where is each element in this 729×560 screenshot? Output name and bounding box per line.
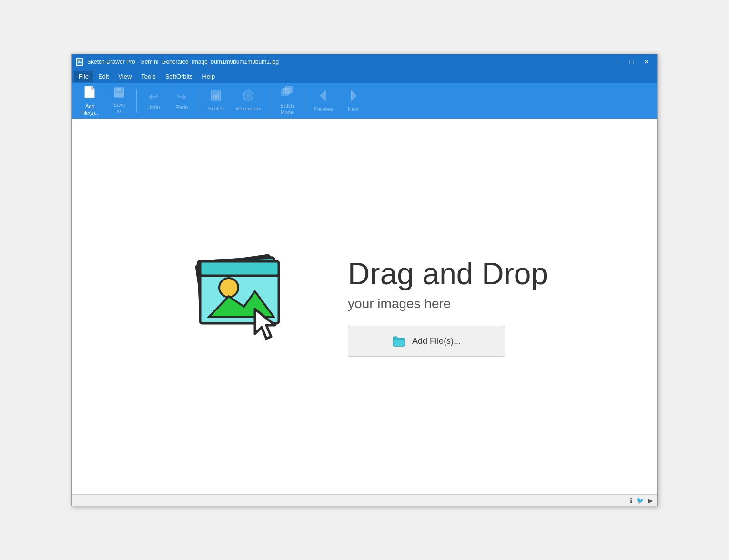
info-icon[interactable]: ℹ xyxy=(630,497,632,504)
undo-label: Undo xyxy=(147,104,160,110)
content-area: Drag and Drop your images here Add File(… xyxy=(72,119,657,494)
drag-drop-subtitle: your images here xyxy=(348,296,451,311)
watermark-icon xyxy=(242,90,254,104)
minimize-button[interactable]: − xyxy=(609,57,623,67)
save-button[interactable]: Saveas xyxy=(106,86,132,116)
titlebar: Sketch Drawer Pro - Gemini_Generated_Ima… xyxy=(72,54,657,70)
separator-3 xyxy=(270,89,270,113)
sketch-button[interactable]: Sketch xyxy=(203,86,229,116)
sketch-icon xyxy=(210,90,222,104)
separator-2 xyxy=(199,89,199,113)
drop-illustration xyxy=(181,235,324,378)
titlebar-left: Sketch Drawer Pro - Gemini_Generated_Ima… xyxy=(76,58,279,66)
next-button[interactable]: Next xyxy=(340,86,366,116)
svg-point-25 xyxy=(219,278,238,297)
next-label: Next xyxy=(348,106,359,112)
add-files-label: AddFile(s)... xyxy=(81,103,100,116)
add-files-button[interactable]: AddFile(s)... xyxy=(76,86,104,116)
svg-rect-12 xyxy=(285,87,292,92)
undo-icon: ↩ xyxy=(149,91,158,102)
svg-rect-24 xyxy=(200,261,279,276)
folder-icon xyxy=(392,335,405,348)
svg-marker-14 xyxy=(351,91,356,100)
redo-label: Redo xyxy=(175,104,188,110)
save-label: Saveas xyxy=(113,102,125,114)
drop-text-section: Drag and Drop your images here Add File(… xyxy=(348,256,548,357)
svg-point-9 xyxy=(247,95,249,97)
redo-icon: ↪ xyxy=(177,91,186,102)
statusbar: ℹ 🐦 ▶ xyxy=(72,494,657,506)
batch-button[interactable]: BatchMode xyxy=(274,86,300,116)
sketch-label: Sketch xyxy=(208,106,224,112)
next-icon xyxy=(346,89,360,104)
batch-icon xyxy=(281,86,294,101)
menu-item-file[interactable]: File xyxy=(74,71,93,82)
undo-button[interactable]: ↩ Undo xyxy=(141,86,167,116)
titlebar-title: Sketch Drawer Pro - Gemini_Generated_Ima… xyxy=(87,59,279,65)
save-icon xyxy=(113,87,125,100)
menu-item-softorbits[interactable]: SoftOrbits xyxy=(161,71,198,82)
titlebar-controls: − □ ✕ xyxy=(609,57,653,67)
toolbar: AddFile(s)... Saveas ↩ Undo ↪ Redo xyxy=(72,83,657,119)
svg-rect-5 xyxy=(115,93,123,97)
svg-point-1 xyxy=(78,60,80,62)
svg-rect-4 xyxy=(116,88,121,91)
menu-item-view[interactable]: View xyxy=(113,71,136,82)
drag-drop-title: Drag and Drop xyxy=(348,256,548,291)
menu-item-tools[interactable]: Tools xyxy=(136,71,160,82)
maximize-button[interactable]: □ xyxy=(625,57,638,67)
close-button[interactable]: ✕ xyxy=(640,57,653,67)
add-files-big-label: Add File(s)... xyxy=(412,336,461,346)
app-icon xyxy=(76,58,83,66)
watermark-label: Watermark xyxy=(236,106,261,112)
menubar: File Edit View Tools SoftOrbits Help xyxy=(72,70,657,83)
youtube-icon[interactable]: ▶ xyxy=(648,497,653,504)
separator-1 xyxy=(136,89,137,113)
previous-button[interactable]: Previous xyxy=(308,86,338,116)
previous-icon xyxy=(317,89,330,104)
menu-item-help[interactable]: Help xyxy=(197,71,220,82)
redo-button[interactable]: ↪ Redo xyxy=(169,86,195,116)
watermark-button[interactable]: Watermark xyxy=(231,86,266,116)
batch-label: BatchMode xyxy=(281,103,294,115)
svg-marker-13 xyxy=(321,91,325,100)
add-files-icon xyxy=(84,85,96,101)
separator-4 xyxy=(304,89,304,113)
menu-item-edit[interactable]: Edit xyxy=(93,71,113,82)
twitter-icon[interactable]: 🐦 xyxy=(636,497,644,504)
main-window: Sketch Drawer Pro - Gemini_Generated_Ima… xyxy=(71,54,658,506)
add-files-big-button[interactable]: Add File(s)... xyxy=(348,326,505,357)
drop-area: Drag and Drop your images here Add File(… xyxy=(181,235,548,378)
previous-label: Previous xyxy=(313,106,334,112)
